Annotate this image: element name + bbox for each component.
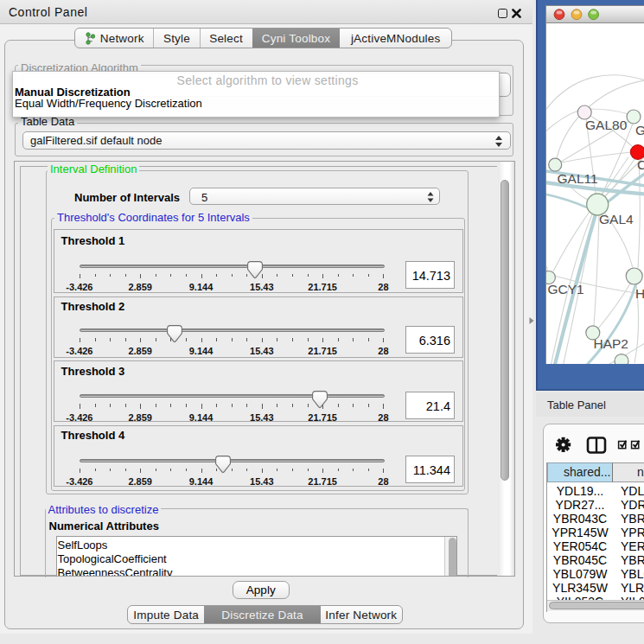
svg-text:GCY1: GCY1 xyxy=(548,282,584,296)
svg-text:GAL80: GAL80 xyxy=(585,118,628,132)
svg-text:H: H xyxy=(635,286,644,301)
svg-text:GAL4: GAL4 xyxy=(599,212,634,226)
svg-text:GAL11: GAL11 xyxy=(558,171,598,186)
svg-text:GA: GA xyxy=(635,123,644,137)
svg-text:C: C xyxy=(637,157,644,172)
svg-text:HAP2: HAP2 xyxy=(594,336,629,351)
